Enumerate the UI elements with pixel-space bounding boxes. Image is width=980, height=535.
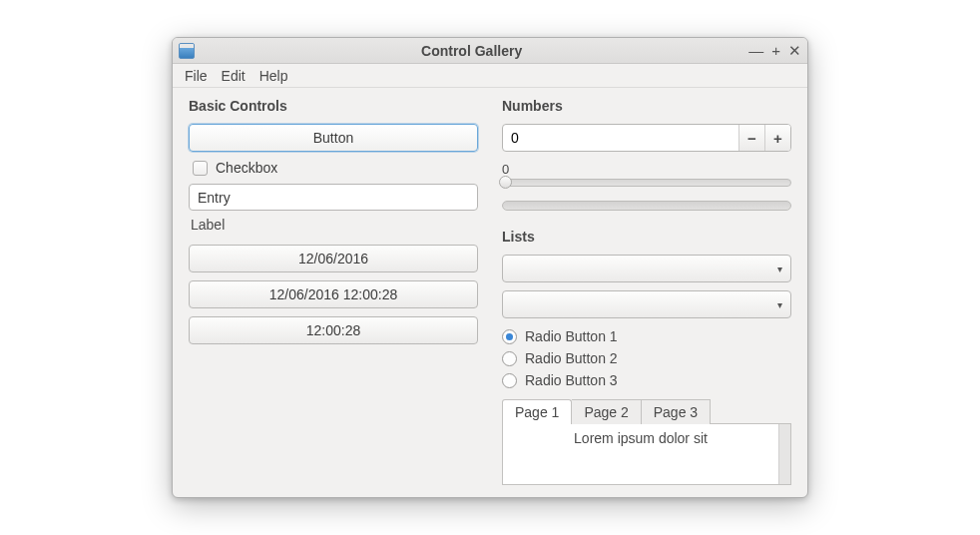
- static-label: Label: [191, 217, 478, 233]
- right-panel: Numbers − + 0 Lists ▾ ▾: [502, 98, 791, 485]
- spinbox-decrement[interactable]: −: [738, 125, 764, 151]
- window-title: Control Gallery: [195, 43, 748, 59]
- time-picker-button[interactable]: 12:00:28: [189, 316, 478, 344]
- scrollbar[interactable]: [778, 424, 790, 484]
- slider-control: 0: [502, 158, 791, 187]
- menu-edit[interactable]: Edit: [216, 66, 251, 86]
- radio-outer-icon: [502, 329, 517, 344]
- slider-track[interactable]: [502, 179, 791, 187]
- minimize-button[interactable]: —: [748, 43, 763, 58]
- tab-page-3[interactable]: Page 3: [642, 399, 711, 424]
- content-area: Basic Controls Button Checkbox Label 12/…: [173, 88, 807, 497]
- menubar: File Edit Help: [173, 64, 807, 88]
- close-button[interactable]: ✕: [788, 43, 801, 58]
- combobox-2[interactable]: ▾: [502, 290, 791, 318]
- tab-group: Page 1 Page 2 Page 3 Lorem ipsum dolor s…: [502, 398, 791, 485]
- tab-content: Lorem ipsum dolor sit: [502, 423, 791, 485]
- slider-thumb[interactable]: [499, 176, 512, 189]
- radio-checked-icon: [506, 333, 513, 340]
- datetime-picker-button[interactable]: 12/06/2016 12:00:28: [189, 280, 478, 308]
- menu-help[interactable]: Help: [253, 66, 294, 86]
- radio-button-1[interactable]: Radio Button 1: [502, 328, 791, 344]
- menu-file[interactable]: File: [179, 66, 214, 86]
- tab-text: Lorem ipsum dolor sit: [503, 424, 778, 484]
- lists-title: Lists: [502, 229, 791, 245]
- numbers-title: Numbers: [502, 98, 791, 114]
- spinbox-input[interactable]: [503, 125, 738, 151]
- radio-outer-icon: [502, 351, 517, 366]
- progress-bar: [502, 201, 791, 211]
- window-controls: — + ✕: [748, 43, 801, 58]
- checkbox-label: Checkbox: [216, 160, 277, 176]
- checkbox-control[interactable]: Checkbox: [189, 160, 478, 176]
- slider-value-label: 0: [502, 162, 791, 177]
- tab-page-2[interactable]: Page 2: [572, 399, 641, 424]
- spinbox-increment[interactable]: +: [764, 125, 790, 151]
- button-control[interactable]: Button: [189, 124, 478, 152]
- maximize-button[interactable]: +: [771, 43, 780, 58]
- radio-button-3[interactable]: Radio Button 3: [502, 372, 791, 388]
- chevron-down-icon: ▾: [777, 299, 782, 310]
- basic-controls-panel: Basic Controls Button Checkbox Label 12/…: [189, 98, 478, 485]
- radio-label: Radio Button 1: [525, 328, 618, 344]
- radio-outer-icon: [502, 373, 517, 388]
- date-picker-button[interactable]: 12/06/2016: [189, 245, 478, 272]
- app-window: Control Gallery — + ✕ File Edit Help Bas…: [172, 37, 808, 498]
- chevron-down-icon: ▾: [777, 264, 782, 274]
- entry-input[interactable]: [189, 184, 478, 211]
- app-icon: [179, 43, 195, 59]
- tab-row: Page 1 Page 2 Page 3: [502, 398, 791, 423]
- tab-page-1[interactable]: Page 1: [502, 399, 572, 424]
- checkbox-box-icon: [193, 161, 208, 176]
- spinbox-control[interactable]: − +: [502, 124, 791, 152]
- combobox-1[interactable]: ▾: [502, 255, 791, 282]
- titlebar[interactable]: Control Gallery — + ✕: [173, 38, 807, 64]
- radio-button-2[interactable]: Radio Button 2: [502, 350, 791, 366]
- basic-controls-title: Basic Controls: [189, 98, 478, 114]
- radio-label: Radio Button 3: [525, 372, 618, 388]
- radio-label: Radio Button 2: [525, 350, 618, 366]
